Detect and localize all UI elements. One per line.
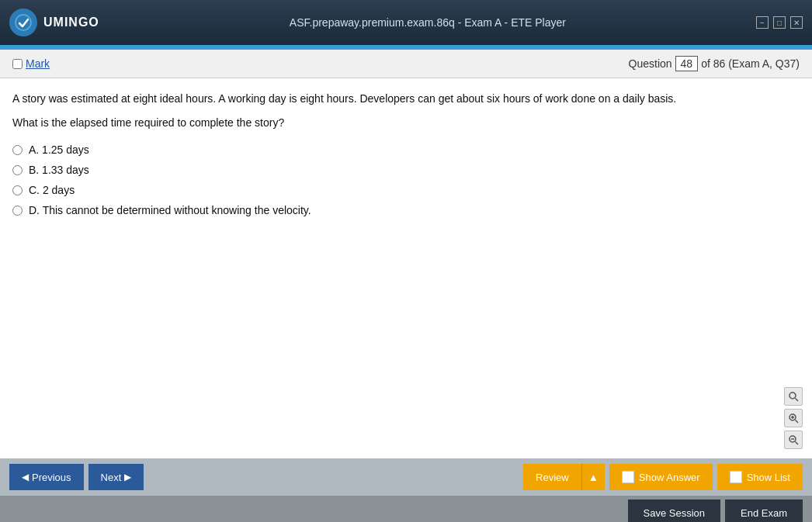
show-answer-checkbox-icon [622, 471, 634, 483]
svg-line-8 [796, 442, 799, 445]
question-header: Mark Question 48 of 86 (Exam A, Q37) [0, 50, 812, 78]
question-number-area: Question 48 of 86 (Exam A, Q37) [629, 56, 800, 71]
zoom-controls [784, 387, 803, 449]
bottom-action-bar: Save Session End Exam [0, 496, 812, 522]
previous-button[interactable]: ◀ Previous [9, 464, 84, 490]
review-button-group: Review ▲ [523, 464, 605, 490]
zoom-out-button[interactable] [784, 430, 803, 449]
option-d-label: D. This cannot be determined without kno… [29, 204, 311, 216]
list-item: C. 2 days [12, 184, 800, 196]
mark-label[interactable]: Mark [12, 57, 50, 70]
question-paragraph-1: A story was estimated at eight ideal hou… [12, 91, 800, 107]
question-total: of 86 (Exam A, Q37) [701, 57, 800, 70]
logo-text: UMINGO [43, 16, 99, 29]
minimize-button[interactable]: − [756, 16, 769, 29]
search-button[interactable] [784, 387, 803, 406]
zoom-out-icon [788, 434, 799, 445]
app-title: ASF.prepaway.premium.exam.86q - Exam A -… [99, 16, 756, 29]
show-answer-button[interactable]: Show Answer [609, 464, 713, 490]
option-a-label: A. 1.25 days [29, 143, 89, 156]
show-list-checkbox-icon [730, 471, 742, 483]
answer-options: A. 1.25 days B. 1.33 days C. 2 days D. T… [12, 143, 800, 216]
review-dropdown-icon: ▲ [588, 472, 599, 483]
option-a-radio[interactable] [12, 145, 23, 155]
main-content: A story was estimated at eight ideal hou… [0, 78, 812, 458]
maximize-button[interactable]: □ [773, 16, 786, 29]
save-session-button[interactable]: Save Session [628, 500, 721, 522]
svg-point-1 [789, 392, 796, 399]
question-label: Question [629, 57, 672, 70]
mark-checkbox[interactable] [12, 59, 23, 69]
end-exam-button[interactable]: End Exam [725, 500, 803, 522]
window-controls: − □ ✕ [756, 16, 803, 29]
review-button[interactable]: Review [523, 464, 581, 490]
search-icon [788, 391, 799, 402]
bottom-nav: ◀ Previous Next ▶ Review ▲ Show Answer S… [0, 458, 812, 496]
review-dropdown-button[interactable]: ▲ [581, 464, 605, 490]
title-bar-left: UMINGO [9, 9, 99, 36]
logo-icon [9, 9, 37, 36]
list-item: D. This cannot be determined without kno… [12, 204, 800, 216]
option-b-label: B. 1.33 days [29, 164, 89, 176]
show-list-button[interactable]: Show List [717, 464, 803, 490]
question-paragraph-2: What is the elapsed time required to com… [12, 115, 800, 131]
question-text: A story was estimated at eight ideal hou… [12, 91, 800, 131]
zoom-in-button[interactable] [784, 409, 803, 427]
option-c-label: C. 2 days [29, 184, 75, 196]
svg-point-0 [16, 15, 31, 30]
question-number-box: 48 [675, 56, 699, 71]
zoom-in-icon [788, 413, 799, 423]
list-item: A. 1.25 days [12, 143, 800, 156]
previous-arrow-icon: ◀ [22, 472, 29, 482]
option-c-radio[interactable] [12, 185, 23, 195]
option-d-radio[interactable] [12, 206, 23, 216]
next-arrow-icon: ▶ [124, 472, 131, 482]
title-bar: UMINGO ASF.prepaway.premium.exam.86q - E… [0, 0, 812, 47]
next-button[interactable]: Next ▶ [88, 464, 144, 490]
list-item: B. 1.33 days [12, 164, 800, 176]
close-button[interactable]: ✕ [790, 16, 803, 29]
svg-line-2 [796, 399, 799, 402]
option-b-radio[interactable] [12, 165, 23, 175]
svg-line-4 [796, 420, 799, 423]
